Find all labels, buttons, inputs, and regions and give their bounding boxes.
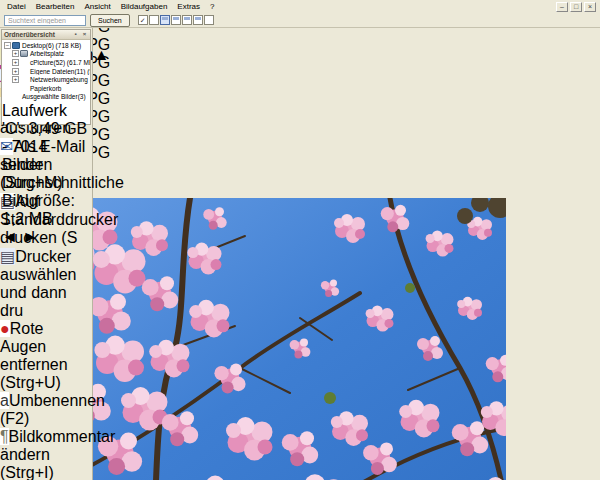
folder-item-arbeitsplatz[interactable]: +Arbeitsplatz — [2, 50, 90, 59]
folder-meta: (52) (61.7 MB) — [53, 59, 90, 66]
menu-extras[interactable]: Extras — [172, 1, 205, 12]
folder-icon — [20, 59, 28, 66]
left-sidebar: Ordnerübersicht ▪ × −Desktop(6) (718 KB)… — [0, 28, 93, 480]
folder-meta: (11) (5.1 MB) — [74, 68, 90, 75]
plus-expander-icon[interactable]: + — [12, 50, 19, 57]
search-input[interactable] — [4, 15, 86, 26]
folder-panel-title: Ordnerübersicht — [4, 31, 55, 38]
plus-expander-icon[interactable]: + — [12, 68, 19, 75]
folder-label: Desktop — [22, 42, 46, 49]
close-icon[interactable]: × — [81, 31, 88, 38]
layout-single-icon[interactable] — [171, 15, 181, 25]
folder-item-netzwerkumgebung[interactable]: +Netzwerkumgebung — [2, 75, 90, 84]
select-marked-icon[interactable]: ✓ — [138, 15, 148, 25]
layout-split-icon[interactable] — [182, 15, 192, 25]
print-select-icon: ▤ — [0, 248, 15, 265]
folder-panel-header: Ordnerübersicht ▪ × — [2, 30, 90, 40]
task-umbenennen-f2[interactable]: aUmbenennen (F2) — [0, 392, 92, 428]
main-toolbar: Suchen ✓ — [0, 13, 600, 28]
menu-bearbeiten[interactable]: Bearbeiten — [31, 1, 80, 12]
status-line: Laufwerk 'C': 3,49 GB - 7014 Bilder — [2, 102, 90, 174]
layout-quad-icon[interactable] — [193, 15, 203, 25]
folder-tree: −Desktop(6) (718 KB)+Arbeitsplatz+cPictu… — [2, 40, 90, 102]
task-bildkommentar-ndern-strg-i[interactable]: ¶Bildkommentar ändern (Strg+I) — [0, 428, 92, 480]
restore-button[interactable]: □ — [570, 2, 582, 12]
folder-label: cPicture — [30, 59, 53, 66]
window-controls: –□× — [556, 2, 598, 12]
red-eye-icon: ● — [0, 320, 10, 337]
task-rote-augen-entfernen-strg-u[interactable]: ●Rote Augen entfernen (Strg+U) — [0, 320, 92, 392]
menu-datei[interactable]: Datei — [2, 1, 31, 12]
folder-panel: Ordnerübersicht ▪ × −Desktop(6) (718 KB)… — [1, 29, 91, 125]
folder-meta: (6) (718 KB) — [46, 42, 81, 49]
minimize-button[interactable]: – — [556, 2, 568, 12]
folder-icon — [20, 68, 28, 75]
collapse-icon: ▲ — [93, 46, 109, 63]
task-label: Rote Augen entfernen (Strg+U) — [0, 320, 68, 391]
plus-expander-icon[interactable]: + — [12, 76, 19, 83]
folder-scrollbar[interactable]: ◄ ► — [2, 228, 90, 246]
plus-expander-icon[interactable]: + — [12, 59, 19, 66]
minus-expander-icon[interactable]: − — [4, 42, 11, 49]
layout-window-icon[interactable] — [204, 15, 214, 25]
folder-item-cpicture[interactable]: +cPicture(52) (61.7 MB) — [2, 58, 90, 67]
folder-label: Arbeitsplatz — [30, 50, 64, 57]
drive-status: Laufwerk 'C': 3,49 GB - 7014 BilderDurch… — [2, 102, 90, 228]
desktop-icon — [12, 42, 20, 49]
folder-meta: (3) — [78, 93, 86, 100]
folder-label: Eigene Dateien — [30, 68, 74, 75]
scroll-left-icon[interactable]: ◄ — [2, 228, 18, 245]
folder-label: Netzwerkumgebung — [30, 76, 88, 83]
folder-item-desktop[interactable]: −Desktop(6) (718 KB) — [2, 41, 90, 50]
menu-item[interactable]: ? — [205, 1, 219, 12]
folder-label: Ausgewählte Bilder — [22, 93, 78, 100]
scroll-right-icon[interactable]: ► — [22, 228, 38, 245]
rename-icon: a — [0, 392, 9, 409]
pin-icon[interactable]: ▪ — [72, 31, 79, 38]
trash-icon — [20, 85, 28, 92]
search-button[interactable]: Suchen — [90, 14, 130, 27]
folder-item-papierkorb[interactable]: Papierkorb — [2, 84, 90, 93]
folder-item-ausgew-hlte-bilder[interactable]: Ausgewählte Bilder(3) — [2, 93, 90, 102]
comment-icon: ¶ — [0, 428, 9, 445]
menu-bildaufgaben[interactable]: Bildaufgaben — [116, 1, 173, 12]
close-button[interactable]: × — [584, 2, 596, 12]
folder-item-eigene-dateien[interactable]: +Eigene Dateien(11) (5.1 MB) — [2, 67, 90, 76]
expander-spacer — [4, 93, 11, 100]
task-label: Umbenennen (F2) — [0, 392, 105, 427]
status-line: Durchschnittliche Bildgröße: 1,2 MB — [2, 174, 90, 228]
menu-bar: DateiBearbeitenAnsichtBildaufgabenExtras… — [0, 0, 600, 13]
select-none-icon[interactable] — [149, 15, 159, 25]
folder-icon — [12, 93, 20, 100]
computer-icon — [20, 50, 28, 57]
network-icon — [20, 76, 28, 83]
task-drucker-ausw-hlen-und-dann-dru[interactable]: ▤Drucker auswählen und dann dru — [0, 247, 92, 320]
folder-label: Papierkorb — [30, 85, 61, 92]
menu-ansicht[interactable]: Ansicht — [79, 1, 115, 12]
layout-thumbs-icon[interactable] — [160, 15, 170, 25]
expander-spacer — [12, 85, 19, 92]
